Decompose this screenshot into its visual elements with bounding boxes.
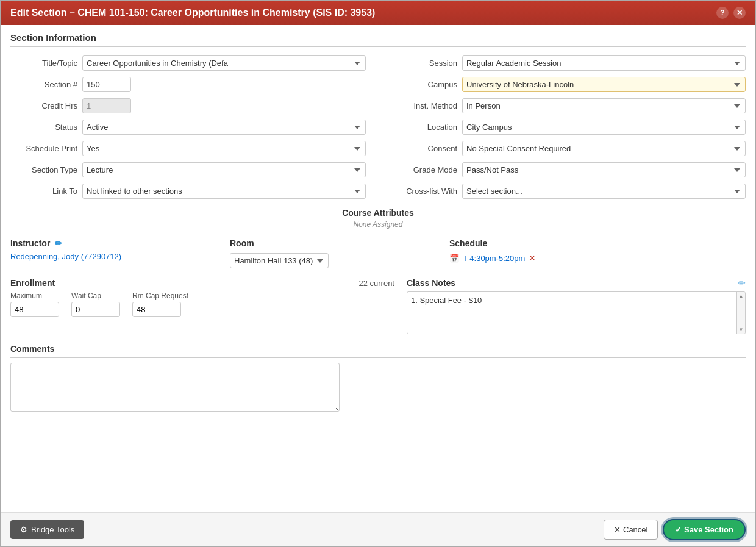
wait-cap-field: Wait Cap <box>71 291 120 317</box>
maximum-label: Maximum <box>10 291 59 300</box>
inst-method-select[interactable]: In Person Online Hybrid <box>462 98 746 113</box>
campus-label: Campus <box>390 80 457 89</box>
cross-list-select[interactable]: Select section... <box>462 184 746 199</box>
schedule-heading: Schedule <box>449 238 746 248</box>
comments-section: Comments <box>10 344 746 413</box>
consent-label: Consent <box>390 144 457 153</box>
maximum-field: Maximum <box>10 291 59 317</box>
course-attributes-hr <box>10 204 746 204</box>
consent-select[interactable]: No Special Consent Required Instructor C… <box>462 141 746 156</box>
course-attributes-title: Course Attributes <box>10 208 746 218</box>
grade-mode-label: Grade Mode <box>390 165 457 174</box>
link-to-row: Link To Not linked to other sections <box>10 184 366 199</box>
link-to-select[interactable]: Not linked to other sections <box>82 184 366 199</box>
rm-cap-label: Rm Cap Request <box>132 291 188 300</box>
schedule-remove-icon[interactable]: ✕ <box>529 253 536 263</box>
modal-container: Edit Section – CHEM 101-150: Career Oppo… <box>0 0 756 547</box>
section-type-select[interactable]: Lecture Lab Discussion <box>82 162 366 177</box>
grade-mode-select[interactable]: Pass/Not Pass Standard Letter <box>462 162 746 177</box>
room-select-wrap: Hamilton Hall 133 (48) <box>230 253 437 268</box>
location-select[interactable]: City Campus East Campus <box>462 120 746 135</box>
inst-method-label: Inst. Method <box>390 101 457 110</box>
maximum-input[interactable] <box>10 302 59 317</box>
rm-cap-field: Rm Cap Request <box>132 291 188 317</box>
campus-row: Campus University of Nebraska-Lincoln <box>390 77 746 92</box>
enrollment-inputs: Maximum Wait Cap Rm Cap Request <box>10 291 394 317</box>
section-info-divider <box>10 46 746 47</box>
enrollment-title: Enrollment <box>10 278 55 288</box>
save-section-button[interactable]: ✓ Save Section <box>663 519 746 540</box>
wait-cap-input[interactable] <box>71 302 120 317</box>
class-notes-box: 1. Special Fee - $10 ▲ ▼ <box>407 291 746 334</box>
rm-cap-input[interactable] <box>132 302 181 317</box>
room-col: Room Hamilton Hall 133 (48) <box>230 238 437 268</box>
section-type-row: Section Type Lecture Lab Discussion <box>10 162 366 177</box>
cancel-label: ✕ Cancel <box>614 525 647 534</box>
comments-hr <box>10 357 746 358</box>
header-icons: ? ✕ <box>716 7 746 19</box>
none-assigned-text: None Assigned <box>10 220 746 229</box>
form-grid: Title/Topic Career Opportunities in Chem… <box>10 55 746 199</box>
close-icon[interactable]: ✕ <box>733 7 746 19</box>
wait-cap-label: Wait Cap <box>71 291 120 300</box>
section-type-label: Section Type <box>10 165 77 174</box>
enrollment-col: Enrollment 22 current Maximum Wait Cap R… <box>10 278 394 334</box>
comments-title: Comments <box>10 344 746 354</box>
instructor-edit-icon[interactable]: ✏ <box>55 238 62 248</box>
schedule-entry: T 4:30pm-5:20pm <box>463 254 525 263</box>
class-notes-title: Class Notes <box>407 278 455 288</box>
instructor-room-schedule-grid: Instructor ✏ Redepenning, Jody (77290712… <box>10 238 746 268</box>
enrollment-notes-grid: Enrollment 22 current Maximum Wait Cap R… <box>10 278 746 334</box>
save-label: ✓ Save Section <box>675 525 733 534</box>
enrollment-header: Enrollment 22 current <box>10 278 394 288</box>
section-num-input[interactable] <box>82 77 131 92</box>
cross-list-label: Cross-list With <box>390 187 457 196</box>
status-row: Status Active Inactive Cancelled <box>10 120 366 135</box>
campus-select[interactable]: University of Nebraska-Lincoln <box>462 77 746 92</box>
instructor-col: Instructor ✏ Redepenning, Jody (77290712… <box>10 238 218 268</box>
right-form-col: Session Regular Academic Session Campus … <box>390 55 746 199</box>
location-label: Location <box>390 123 457 132</box>
room-select[interactable]: Hamilton Hall 133 (48) <box>230 253 329 268</box>
bridge-tools-label: Bridge Tools <box>31 525 74 534</box>
class-notes-scrollbar: ▲ ▼ <box>736 292 745 334</box>
scroll-down-icon: ▼ <box>739 327 744 332</box>
schedule-print-select[interactable]: Yes No <box>82 141 366 156</box>
class-notes-entry: 1. Special Fee - $10 <box>411 296 482 305</box>
left-form-col: Title/Topic Career Opportunities in Chem… <box>10 55 366 199</box>
modal-header: Edit Section – CHEM 101-150: Career Oppo… <box>1 1 755 25</box>
section-info-heading: Section Information <box>10 32 746 43</box>
grade-mode-row: Grade Mode Pass/Not Pass Standard Letter <box>390 162 746 177</box>
modal-body: Section Information Title/Topic Career O… <box>1 25 755 512</box>
title-topic-select[interactable]: Career Opportunities in Chemistry (Defa <box>82 55 366 71</box>
bridge-tools-button[interactable]: ⚙ Bridge Tools <box>10 520 84 539</box>
scroll-up-icon: ▲ <box>739 293 744 299</box>
title-topic-label: Title/Topic <box>10 59 77 68</box>
class-notes-header: Class Notes ✏ <box>407 278 746 288</box>
credit-hrs-input[interactable] <box>82 98 131 113</box>
modal-title: Edit Section – CHEM 101-150: Career Oppo… <box>10 7 375 18</box>
location-row: Location City Campus East Campus <box>390 120 746 135</box>
cancel-button[interactable]: ✕ Cancel <box>604 520 658 540</box>
room-heading: Room <box>230 238 437 248</box>
credit-hrs-row: Credit Hrs <box>10 98 366 113</box>
session-row: Session Regular Academic Session <box>390 55 746 71</box>
help-icon[interactable]: ? <box>716 7 729 19</box>
bridge-tools-icon: ⚙ <box>20 525 27 534</box>
session-select[interactable]: Regular Academic Session <box>462 55 746 71</box>
class-notes-edit-icon[interactable]: ✏ <box>738 278 746 288</box>
section-num-row: Section # <box>10 77 366 92</box>
section-num-label: Section # <box>10 80 77 89</box>
session-label: Session <box>390 59 457 68</box>
footer-right-actions: ✕ Cancel ✓ Save Section <box>604 519 746 540</box>
calendar-icon: 📅 <box>449 254 459 263</box>
consent-row: Consent No Special Consent Required Inst… <box>390 141 746 156</box>
title-topic-row: Title/Topic Career Opportunities in Chem… <box>10 55 366 71</box>
comments-textarea[interactable] <box>10 363 340 412</box>
modal-footer: ⚙ Bridge Tools ✕ Cancel ✓ Save Section <box>1 512 755 546</box>
class-notes-col: Class Notes ✏ 1. Special Fee - $10 ▲ ▼ <box>407 278 746 334</box>
cross-list-row: Cross-list With Select section... <box>390 184 746 199</box>
enrollment-current: 22 current <box>358 279 394 288</box>
instructor-heading: Instructor ✏ <box>10 238 218 248</box>
status-select[interactable]: Active Inactive Cancelled <box>82 120 366 135</box>
